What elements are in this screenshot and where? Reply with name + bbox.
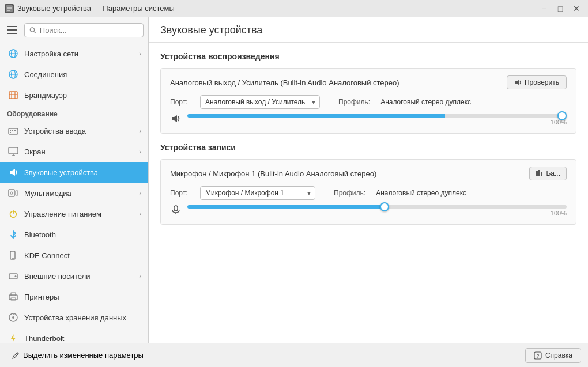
search-input[interactable] xyxy=(40,26,138,35)
sidebar-item-network-settings[interactable]: Настройка сети › xyxy=(0,43,148,64)
svg-rect-19 xyxy=(14,130,16,131)
mic-icon xyxy=(170,205,182,217)
help-icon: ? xyxy=(534,351,542,360)
recording-volume-slider[interactable] xyxy=(187,205,567,209)
storage-icon xyxy=(7,311,20,324)
input-devices-icon xyxy=(7,124,20,137)
test-button[interactable]: Проверить xyxy=(507,75,567,89)
power-icon xyxy=(7,207,20,220)
sidebar-item-input-devices[interactable]: Устройства ввода › xyxy=(0,120,148,141)
balance-icon xyxy=(536,169,544,177)
help-button[interactable]: ? Справка xyxy=(525,348,581,363)
balance-button[interactable]: Ба... xyxy=(529,167,567,180)
titlebar: Звуковые устройства — Параметры системы … xyxy=(0,0,588,17)
sidebar-item-thunderbolt[interactable]: Thunderbolt xyxy=(0,328,148,343)
svg-point-4 xyxy=(30,27,34,31)
sidebar-item-kde-connect[interactable]: KDE Connect xyxy=(0,245,148,266)
playback-port-select-wrapper: Аналоговый выход / Усилитель ▼ xyxy=(200,95,320,109)
svg-rect-48 xyxy=(174,206,178,211)
playback-device-header: Аналоговый выход / Усилитель (Built-in A… xyxy=(170,75,567,89)
svg-marker-40 xyxy=(11,334,16,342)
svg-marker-44 xyxy=(172,115,177,122)
svg-point-26 xyxy=(10,192,13,194)
sidebar-item-power[interactable]: Управление питанием › xyxy=(0,203,148,224)
chevron-icon: › xyxy=(139,148,141,155)
sidebar-item-printers[interactable]: Принтеры xyxy=(0,286,148,307)
display-icon xyxy=(7,145,20,158)
sidebar-item-external-drives[interactable]: Внешние носители › xyxy=(0,266,148,286)
search-icon xyxy=(29,27,36,34)
sidebar-item-multimedia[interactable]: Мультимедиа › xyxy=(0,183,148,203)
sidebar-item-label: Управление питанием xyxy=(24,210,134,218)
sidebar-item-storage[interactable]: Устройства хранения данных xyxy=(0,307,148,328)
playback-section-title: Устройства воспроизведения xyxy=(160,52,576,61)
svg-point-38 xyxy=(12,316,14,319)
svg-rect-45 xyxy=(536,171,538,176)
kde-connect-icon xyxy=(7,249,20,262)
svg-point-39 xyxy=(13,314,14,315)
external-drives-icon xyxy=(7,270,20,282)
svg-rect-36 xyxy=(11,298,16,300)
hardware-section-label: Оборудование xyxy=(0,105,148,120)
playback-volume-slider[interactable] xyxy=(187,114,567,118)
sidebar-item-sound[interactable]: Звуковые устройства xyxy=(0,162,148,183)
search-box xyxy=(24,23,144,37)
svg-rect-12 xyxy=(9,92,17,99)
thunderbolt-icon xyxy=(7,332,20,343)
recording-port-select[interactable]: Микрофон / Микрофон 1 xyxy=(200,186,315,200)
minimize-button[interactable]: − xyxy=(537,3,551,14)
highlight-label: Выделить изменённые параметры xyxy=(23,351,144,360)
close-button[interactable]: ✕ xyxy=(570,3,583,14)
content-header: Звуковые устройства xyxy=(149,17,588,43)
svg-marker-43 xyxy=(515,80,519,85)
recording-profile-value: Аналоговый стерео дуплекс xyxy=(376,189,466,197)
app-icon xyxy=(5,4,14,13)
printers-icon xyxy=(7,290,20,303)
sound-icon xyxy=(7,166,20,179)
playback-profile-value: Аналоговый стерео дуплекс xyxy=(380,98,471,106)
svg-rect-27 xyxy=(16,191,18,195)
highlight-changes[interactable]: Выделить изменённые параметры xyxy=(7,349,148,362)
recording-device-name: Микрофон / Микрофон 1 (Built-in Audio Ан… xyxy=(170,169,376,178)
sidebar-item-label: Устройства хранения данных xyxy=(24,313,141,322)
recording-section-title: Устройства записи xyxy=(160,143,576,152)
chevron-icon: › xyxy=(139,210,141,217)
sidebar-item-display[interactable]: Экран › xyxy=(0,141,148,162)
content-body: Устройства воспроизведения Аналоговый вы… xyxy=(149,43,588,343)
svg-rect-21 xyxy=(9,147,18,154)
playback-volume-container: 100% xyxy=(187,114,567,126)
sidebar-header xyxy=(0,17,148,43)
sidebar-item-label: Брандмауэр xyxy=(24,91,141,100)
recording-device-header: Микрофон / Микрофон 1 (Built-in Audio Ан… xyxy=(170,167,567,180)
recording-port-select-wrapper: Микрофон / Микрофон 1 ▼ xyxy=(200,186,315,200)
bottom-bar: Выделить изменённые параметры ? Справка xyxy=(0,343,588,367)
svg-line-50 xyxy=(17,353,18,354)
sidebar-item-label: Bluetooth xyxy=(24,230,141,239)
connections-icon xyxy=(7,68,20,81)
sidebar-item-connections[interactable]: Соединения xyxy=(0,64,148,85)
content-panel: Звуковые устройства Устройства воспроизв… xyxy=(149,17,588,343)
volume-icon xyxy=(170,113,182,126)
speaker-icon xyxy=(514,78,522,86)
sidebar-item-firewall[interactable]: Брандмауэр xyxy=(0,85,148,105)
svg-rect-2 xyxy=(7,8,12,9)
titlebar-left: Звуковые устройства — Параметры системы xyxy=(5,4,175,13)
playback-device-card: Аналоговый выход / Усилитель (Built-in A… xyxy=(160,68,576,134)
hamburger-button[interactable] xyxy=(5,22,21,38)
playback-port-select[interactable]: Аналоговый выход / Усилитель xyxy=(200,95,320,109)
sidebar-item-label: Экран xyxy=(24,147,134,156)
playback-volume-row: 100% xyxy=(170,113,567,126)
maximize-button[interactable]: □ xyxy=(553,3,567,14)
svg-line-5 xyxy=(34,31,36,33)
sidebar-item-label: KDE Connect xyxy=(24,251,141,260)
sidebar-item-bluetooth[interactable]: Bluetooth xyxy=(0,224,148,245)
recording-device-card: Микрофон / Микрофон 1 (Built-in Audio Ан… xyxy=(160,159,576,225)
recording-port-label: Порт: xyxy=(170,189,193,197)
help-button-label: Справка xyxy=(545,351,572,360)
chevron-icon: › xyxy=(139,50,141,57)
svg-text:?: ? xyxy=(536,353,539,358)
multimedia-icon xyxy=(7,187,20,199)
playback-profile-label: Профиль: xyxy=(338,98,370,106)
bluetooth-icon xyxy=(7,228,20,241)
svg-rect-1 xyxy=(7,7,12,8)
